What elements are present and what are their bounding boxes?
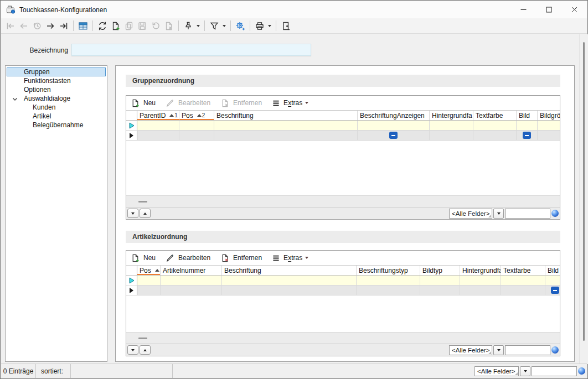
tree-item-beleguebernahme[interactable]: Belegübernahme xyxy=(7,121,106,129)
forward-button[interactable] xyxy=(44,19,57,33)
data-row[interactable] xyxy=(126,285,560,295)
chevron-down-icon[interactable] xyxy=(12,96,18,102)
search-globe-icon[interactable] xyxy=(551,346,559,354)
grid-cell[interactable] xyxy=(538,131,560,140)
filter-cell[interactable] xyxy=(420,276,460,285)
extras-button[interactable]: Extras xyxy=(271,253,308,263)
grid-cell[interactable] xyxy=(137,285,161,295)
grid-cell[interactable] xyxy=(137,131,179,140)
grid-cell[interactable] xyxy=(214,131,358,140)
column-header-hintergrundfarbe[interactable]: Hintergrundfa xyxy=(430,111,473,120)
column-header-beschriftung[interactable]: Beschriftung xyxy=(222,266,357,275)
column-header-artikelnummer[interactable]: Artikelnummer xyxy=(161,266,222,275)
table-view-button[interactable] xyxy=(76,19,90,33)
grid-cell[interactable] xyxy=(545,285,560,295)
grid-search-input[interactable] xyxy=(505,209,550,219)
grid-cell[interactable] xyxy=(161,285,222,295)
close-button[interactable] xyxy=(561,1,587,18)
bezeichnung-input[interactable] xyxy=(71,44,311,56)
column-header-bild[interactable]: Bild xyxy=(545,266,560,275)
status-search-input[interactable] xyxy=(532,366,577,376)
print-dropdown-button[interactable] xyxy=(266,19,273,33)
filter-cell[interactable] xyxy=(545,276,560,285)
entfernen-button[interactable]: Entfernen xyxy=(220,98,262,108)
scrollbar-thumb[interactable] xyxy=(583,42,585,341)
field-selector-dropdown-button[interactable] xyxy=(493,345,504,355)
pin-dropdown-button[interactable] xyxy=(195,19,202,33)
field-selector-dropdown-button[interactable] xyxy=(493,209,504,219)
pin-button[interactable] xyxy=(182,19,195,33)
row-down-button[interactable] xyxy=(127,209,138,218)
filter-cell[interactable] xyxy=(358,121,430,130)
grid-cell[interactable] xyxy=(420,285,460,295)
print-button[interactable] xyxy=(253,19,266,33)
column-header-beschriftungstyp[interactable]: Beschriftungstyp xyxy=(357,266,420,275)
grid-splitter[interactable] xyxy=(126,195,560,207)
neu-button[interactable]: Neu xyxy=(130,253,156,263)
vertical-scrollbar[interactable] xyxy=(579,34,588,364)
grid-cell[interactable] xyxy=(358,131,430,140)
row-up-button[interactable] xyxy=(140,209,151,218)
minimize-button[interactable] xyxy=(510,1,536,18)
tree-item-optionen[interactable]: Optionen xyxy=(7,85,106,94)
filter-cell[interactable] xyxy=(222,276,357,285)
column-header-beschriftunganzeigen[interactable]: BeschriftungAnzeigen xyxy=(358,111,430,120)
filter-cell[interactable] xyxy=(214,121,358,130)
settings-add-button[interactable] xyxy=(234,19,247,33)
filter-cell[interactable] xyxy=(538,121,560,130)
field-selector[interactable]: <Alle Felder> xyxy=(449,209,492,219)
tree-item-funktionstasten[interactable]: Funktionstasten xyxy=(7,76,106,85)
field-selector[interactable]: <Alle Felder> xyxy=(474,366,519,376)
filter-cell[interactable] xyxy=(179,121,214,130)
filter-cell[interactable] xyxy=(137,276,161,285)
title-bar[interactable]: Touchkassen-Konfigurationen xyxy=(1,1,587,19)
copy-button[interactable] xyxy=(122,19,136,33)
extras-button[interactable]: Extras xyxy=(271,98,308,108)
undo-button[interactable] xyxy=(149,19,162,33)
column-header-parentid[interactable]: ParentID 1 xyxy=(137,111,179,120)
grid-cell[interactable] xyxy=(179,131,214,140)
filter-cell[interactable] xyxy=(501,276,545,285)
maximize-button[interactable] xyxy=(536,1,561,18)
bearbeiten-button[interactable]: Bearbeiten xyxy=(165,98,210,108)
save-button[interactable] xyxy=(136,19,149,33)
back-button[interactable] xyxy=(17,19,30,33)
filter-cell[interactable] xyxy=(430,121,473,130)
delete-document-button[interactable] xyxy=(162,19,176,33)
field-selector-dropdown-button[interactable] xyxy=(520,366,530,376)
row-down-button[interactable] xyxy=(127,345,138,355)
grid-cell[interactable] xyxy=(357,285,420,295)
minus-badge[interactable] xyxy=(551,287,559,294)
grid-cell[interactable] xyxy=(460,285,501,295)
filter-cell[interactable] xyxy=(137,121,179,130)
history-button[interactable] xyxy=(30,19,44,33)
column-header-textfarbe[interactable]: Textfarbe xyxy=(473,111,517,120)
column-header-pos[interactable]: Pos xyxy=(137,266,161,275)
filter-dropdown-button[interactable] xyxy=(221,19,228,33)
new-button[interactable] xyxy=(109,19,122,33)
data-row[interactable] xyxy=(126,131,560,141)
neu-button[interactable]: Neu xyxy=(130,98,156,108)
column-header-pos[interactable]: Pos 2 xyxy=(179,111,214,120)
grid-splitter[interactable] xyxy=(126,332,560,344)
filter-button[interactable] xyxy=(208,19,221,33)
bearbeiten-button[interactable]: Bearbeiten xyxy=(165,253,210,263)
search-globe-icon[interactable] xyxy=(551,210,559,217)
grid-search-input[interactable] xyxy=(505,345,550,355)
grid-cell[interactable] xyxy=(501,285,545,295)
grid-cell[interactable] xyxy=(517,131,538,140)
refresh-button[interactable] xyxy=(96,19,109,33)
column-header-bild[interactable]: Bild xyxy=(517,111,538,120)
filter-cell[interactable] xyxy=(517,121,538,130)
field-selector[interactable]: <Alle Felder> xyxy=(449,345,492,355)
filter-cell[interactable] xyxy=(357,276,420,285)
tree-item-auswahldialoge[interactable]: Auswahldialoge xyxy=(7,94,106,103)
column-header-bildtyp[interactable]: Bildtyp xyxy=(420,266,460,275)
column-header-hintergrundfarbe[interactable]: Hintergrundfa xyxy=(460,266,501,275)
first-record-button[interactable] xyxy=(4,19,17,33)
row-up-button[interactable] xyxy=(140,345,151,355)
grid-cell[interactable] xyxy=(222,285,357,295)
tree-item-artikel[interactable]: Artikel xyxy=(7,112,106,121)
column-header-textfarbe[interactable]: Textfarbe xyxy=(501,266,545,275)
column-header-bildgroesse[interactable]: Bildgrö xyxy=(538,111,560,120)
